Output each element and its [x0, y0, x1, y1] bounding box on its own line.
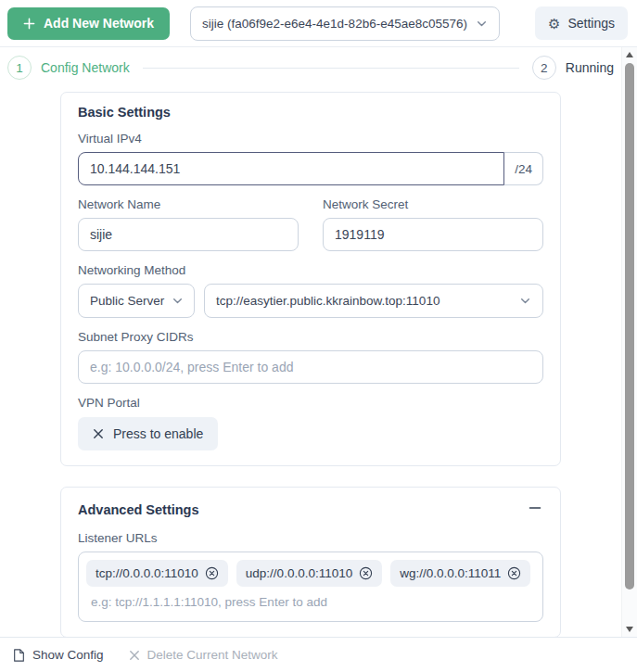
virtual-ipv4-input[interactable]: [78, 152, 504, 185]
networking-method-select[interactable]: Public Server: [78, 284, 195, 318]
scrollbar-thumb[interactable]: [625, 63, 634, 590]
stepper: 1 Config Network 2 Running: [0, 47, 621, 80]
step-1-label: Config Network: [41, 60, 130, 75]
vertical-scrollbar: [621, 47, 637, 637]
plus-icon: [23, 18, 35, 30]
listener-chip-label: wg://0.0.0.0:11011: [400, 566, 501, 580]
vpn-portal-label: VPN Portal: [78, 396, 543, 410]
settings-button[interactable]: ⚙ Settings: [535, 6, 628, 40]
advanced-settings-title: Advanced Settings: [78, 502, 199, 517]
step-2-label: Running: [566, 60, 614, 75]
delete-current-network-label: Delete Current Network: [147, 648, 278, 662]
listener-chip-label: udp://0.0.0.0:11010: [246, 566, 352, 580]
listener-urls-box: tcp://0.0.0.0:11010 udp://0.0.0.0:11010: [78, 552, 543, 622]
advanced-settings-card: Advanced Settings Listener URLs tcp://0.…: [60, 487, 561, 637]
add-new-network-label: Add New Network: [44, 16, 154, 31]
header-bar: Add New Network sijie (fa06f9e2-e6e4-4e1…: [0, 0, 637, 47]
collapse-advanced-button[interactable]: [527, 500, 543, 519]
x-icon: [129, 650, 140, 661]
cards-column: Basic Settings Virtual IPv4 /24 Network …: [60, 92, 561, 637]
networking-method-value: Public Server: [90, 294, 164, 308]
network-select-value: sijie (fa06f9e2-e6e4-4e1d-82b6-e45ae8c05…: [202, 17, 467, 31]
public-server-value: tcp://easytier.public.kkrainbow.top:1101…: [216, 294, 440, 308]
chevron-down-icon: [519, 295, 531, 307]
listener-chip: udp://0.0.0.0:11010: [236, 560, 382, 587]
public-server-select[interactable]: tcp://easytier.public.kkrainbow.top:1101…: [204, 284, 543, 318]
listener-chip-label: tcp://0.0.0.0:11010: [96, 566, 198, 580]
minus-icon: [529, 501, 541, 517]
step-1-circle: 1: [7, 56, 32, 80]
listener-chip: wg://0.0.0.0:11011: [390, 560, 530, 587]
network-secret-input[interactable]: [323, 218, 543, 251]
delete-current-network-button[interactable]: Delete Current Network: [129, 648, 278, 662]
circle-x-icon[interactable]: [507, 566, 521, 580]
scroll-area: 1 Config Network 2 Running Basic Setting…: [0, 47, 637, 637]
virtual-ipv4-prefix-addon: /24: [504, 152, 543, 185]
networking-method-row: Public Server tcp://easytier.public.kkra…: [78, 284, 543, 318]
scroll-up-icon[interactable]: [622, 47, 637, 62]
main-content: 1 Config Network 2 Running Basic Setting…: [0, 47, 621, 637]
virtual-ipv4-label: Virtual IPv4: [78, 132, 543, 146]
step-running[interactable]: 2 Running: [532, 56, 614, 80]
basic-settings-title: Basic Settings: [78, 105, 171, 120]
network-secret-label: Network Secret: [323, 197, 543, 211]
settings-label: Settings: [567, 16, 615, 31]
listener-chips: tcp://0.0.0.0:11010 udp://0.0.0.0:11010: [86, 560, 535, 587]
footer-bar: Show Config Delete Current Network: [0, 637, 637, 672]
chevron-down-icon: [476, 18, 488, 30]
show-config-button[interactable]: Show Config: [13, 648, 104, 662]
file-config-icon: [13, 649, 25, 662]
listener-urls-label: Listener URLs: [78, 531, 543, 545]
network-select[interactable]: sijie (fa06f9e2-e6e4-4e1d-82b6-e45ae8c05…: [190, 6, 500, 41]
scroll-down-icon[interactable]: [622, 622, 637, 637]
gear-icon: ⚙: [548, 17, 560, 31]
circle-x-icon[interactable]: [359, 566, 373, 580]
show-config-label: Show Config: [32, 648, 104, 662]
stepper-connector: [143, 68, 519, 69]
networking-method-label: Networking Method: [78, 263, 543, 277]
listener-chip: tcp://0.0.0.0:11010: [86, 560, 228, 587]
chevron-down-icon: [172, 295, 184, 307]
add-new-network-button[interactable]: Add New Network: [7, 7, 170, 40]
basic-settings-card: Basic Settings Virtual IPv4 /24 Network …: [60, 92, 561, 466]
step-2-circle: 2: [532, 56, 556, 80]
x-icon: [93, 428, 104, 439]
listener-url-input[interactable]: e.g: tcp://1.1.1.1:11010, press Enter to…: [86, 587, 535, 615]
network-name-label: Network Name: [78, 197, 299, 211]
vpn-portal-enable-button[interactable]: Press to enable: [78, 417, 218, 450]
circle-x-icon[interactable]: [205, 566, 219, 580]
subnet-proxy-label: Subnet Proxy CIDRs: [78, 330, 543, 344]
vpn-portal-button-label: Press to enable: [113, 426, 203, 441]
network-name-input[interactable]: [78, 218, 299, 251]
virtual-ipv4-group: /24: [78, 152, 543, 185]
step-config-network[interactable]: 1 Config Network: [7, 56, 130, 80]
subnet-proxy-input[interactable]: [78, 350, 543, 384]
